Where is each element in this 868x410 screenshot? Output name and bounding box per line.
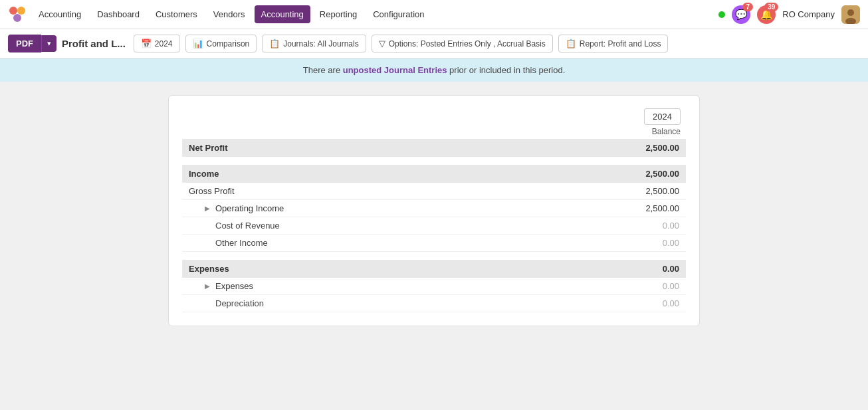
svg-point-2 [13, 14, 21, 22]
expenses-row[interactable]: ▶ Expenses 0.00 [182, 278, 686, 295]
filter-report[interactable]: 📋 Report: Profit and Loss [558, 35, 669, 52]
notif-link[interactable]: unposted Journal Entries [343, 65, 447, 75]
activity-badge-count: 39 [764, 3, 778, 11]
nav-customers[interactable]: Customers [149, 5, 204, 23]
pdf-dropdown-button[interactable]: ▾ [41, 35, 56, 52]
report-table: 2024 Balance Net Profit 2,500.00 Income … [182, 109, 686, 312]
nav-reporting[interactable]: Reporting [313, 5, 364, 23]
operating-income-label: ▶ Operating Income [182, 200, 560, 217]
filter-comparison[interactable]: 📊 Comparison [185, 35, 257, 52]
topnav-icons: 💬 7 🔔 39 RO Company [718, 5, 860, 24]
cost-of-revenue-row[interactable]: Cost of Revenue 0.00 [182, 217, 686, 235]
income-label: Income [182, 165, 560, 183]
company-name[interactable]: RO Company [782, 9, 835, 19]
pdf-button[interactable]: PDF [8, 35, 41, 52]
filter-year-label: 2024 [155, 39, 173, 49]
filter-report-label: Report: Profit and Loss [580, 39, 661, 49]
nav-configuration[interactable]: Configuration [366, 5, 431, 23]
gross-profit-value: 2,500.00 [560, 183, 687, 200]
filter-options-label: Options: Posted Entries Only , Accrual B… [389, 39, 546, 49]
filter-journals[interactable]: 📋 Journals: All Journals [262, 35, 366, 52]
depreciation-value: 0.00 [560, 294, 687, 312]
comparison-icon: 📊 [193, 39, 203, 49]
main-content: 2024 Balance Net Profit 2,500.00 Income … [0, 82, 868, 399]
nav-accounting[interactable]: Accounting [255, 5, 310, 23]
svg-point-4 [847, 9, 854, 16]
depreciation-row[interactable]: Depreciation 0.00 [182, 294, 686, 312]
other-income-label: Other Income [182, 235, 560, 252]
nav-vendors[interactable]: Vendors [207, 5, 252, 23]
svg-point-1 [17, 7, 25, 15]
filter-year[interactable]: 📅 2024 [134, 35, 180, 52]
expand-operating-icon[interactable]: ▶ [202, 205, 213, 212]
spacer-1 [182, 157, 686, 165]
expenses-section-label: Expenses [182, 260, 560, 278]
year-cell: 2024 [644, 108, 681, 125]
user-avatar[interactable] [841, 5, 860, 24]
other-income-row[interactable]: Other Income 0.00 [182, 235, 686, 252]
gross-profit-row[interactable]: Gross Profit 2,500.00 [182, 183, 686, 200]
pdf-button-group: PDF ▾ [8, 35, 56, 52]
balance-label: Balance [560, 124, 687, 139]
options-filter-icon: ▽ [379, 39, 385, 49]
logo[interactable] [8, 5, 27, 24]
income-section-row[interactable]: Income 2,500.00 [182, 165, 686, 183]
other-income-value: 0.00 [560, 235, 687, 252]
spacer-2 [182, 252, 686, 260]
net-profit-row[interactable]: Net Profit 2,500.00 [182, 139, 686, 157]
activity-notifications[interactable]: 🔔 39 [757, 5, 776, 24]
chat-badge-count: 7 [742, 3, 753, 11]
page-title: Profit and L... [62, 38, 126, 49]
net-profit-value: 2,500.00 [560, 139, 687, 157]
cost-of-revenue-label: Cost of Revenue [182, 217, 560, 235]
expenses-label: ▶ Expenses [182, 278, 560, 295]
gross-profit-label: Gross Profit [182, 183, 560, 200]
svg-point-0 [9, 7, 17, 15]
year-header-row: 2024 [182, 109, 686, 124]
notif-text-before: There are [303, 65, 343, 75]
balance-header-row: Balance [182, 124, 686, 139]
chat-notifications[interactable]: 💬 7 [732, 5, 750, 24]
report-icon: 📋 [566, 39, 576, 49]
operating-income-row[interactable]: ▶ Operating Income 2,500.00 [182, 200, 686, 217]
cost-of-revenue-value: 0.00 [560, 217, 687, 235]
online-status-dot [718, 11, 725, 18]
depreciation-label: Depreciation [182, 294, 560, 312]
operating-income-value: 2,500.00 [560, 200, 687, 217]
expenses-value: 0.00 [560, 278, 687, 295]
expenses-section-row[interactable]: Expenses 0.00 [182, 260, 686, 278]
journals-icon: 📋 [269, 39, 280, 49]
nav-accounting-app[interactable]: Accounting [32, 5, 88, 23]
expand-expenses-icon[interactable]: ▶ [202, 282, 213, 290]
nav-dashboard[interactable]: Dashboard [90, 5, 146, 23]
report-card: 2024 Balance Net Profit 2,500.00 Income … [168, 95, 700, 326]
income-value: 2,500.00 [560, 165, 687, 183]
toolbar: PDF ▾ Profit and L... 📅 2024 📊 Compariso… [0, 29, 868, 58]
filter-options[interactable]: ▽ Options: Posted Entries Only , Accrual… [372, 35, 553, 52]
notif-text-after: prior or included in this period. [447, 65, 565, 75]
topnav: Accounting Dashboard Customers Vendors A… [0, 0, 868, 29]
notification-bar: There are unposted Journal Entries prior… [0, 58, 868, 82]
calendar-icon: 📅 [141, 39, 152, 49]
filter-comparison-label: Comparison [207, 39, 250, 49]
net-profit-label: Net Profit [182, 139, 560, 157]
filter-journals-label: Journals: All Journals [283, 39, 358, 49]
expenses-section-value: 0.00 [560, 260, 687, 278]
